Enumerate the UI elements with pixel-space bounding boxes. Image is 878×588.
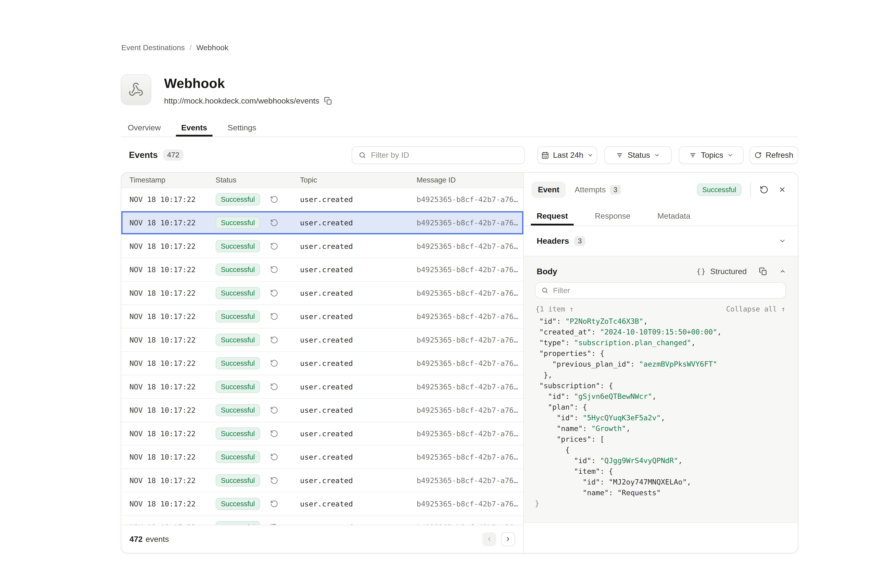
table-row[interactable]: NOV 18 10:17:22 Successful user.created …: [121, 516, 523, 525]
destination-url: http://mock.hookdeck.com/webhooks/events: [164, 96, 319, 105]
retry-row-button[interactable]: [270, 266, 278, 274]
row-timestamp: NOV 18 10:17:22: [129, 312, 216, 321]
table-row[interactable]: NOV 18 10:17:22 Successful user.created …: [121, 328, 523, 352]
panel-tab-attempts[interactable]: Attempts 3: [574, 185, 621, 195]
next-page-button[interactable]: [501, 532, 515, 546]
braces-icon: {}: [696, 267, 706, 276]
status-filter-button[interactable]: Status: [604, 146, 672, 164]
retry-icon: [270, 336, 278, 344]
retry-icon: [270, 476, 278, 484]
table-row[interactable]: NOV 18 10:17:22 Successful user.created …: [121, 211, 523, 235]
chevron-down-icon: [587, 152, 593, 158]
retry-row-button[interactable]: [270, 383, 278, 391]
search-icon: [541, 287, 549, 294]
row-status-badge: Successful: [216, 474, 260, 486]
topics-filter-button[interactable]: Topics: [679, 146, 744, 164]
retry-row-button[interactable]: [270, 312, 278, 321]
json-item-count[interactable]: {1 item ↑: [535, 305, 574, 313]
prev-page-button[interactable]: [482, 532, 496, 546]
table-footer: 472 events: [121, 525, 523, 553]
retry-icon: [270, 523, 278, 525]
table-row[interactable]: NOV 18 10:17:22 Successful user.created …: [121, 235, 523, 258]
table-row[interactable]: NOV 18 10:17:22 Successful user.created …: [121, 352, 523, 375]
table-row[interactable]: NOV 18 10:17:22 Successful user.created …: [121, 422, 523, 446]
retry-icon: [270, 359, 278, 368]
retry-row-button[interactable]: [270, 242, 278, 250]
close-panel-button[interactable]: [779, 186, 786, 194]
retry-row-button[interactable]: [270, 336, 278, 344]
collapse-body-button[interactable]: [779, 268, 786, 274]
breadcrumb-event-destinations[interactable]: Event Destinations: [121, 44, 185, 52]
row-timestamp: NOV 18 10:17:22: [129, 195, 216, 204]
row-status-badge: Successful: [216, 381, 260, 393]
col-timestamp: Timestamp: [129, 176, 216, 184]
row-status-badge: Successful: [216, 334, 260, 346]
breadcrumb: Event Destinations / Webhook: [121, 44, 229, 52]
row-status-badge: Successful: [216, 193, 260, 205]
tab-overview[interactable]: Overview: [123, 119, 166, 136]
row-timestamp: NOV 18 10:17:22: [129, 382, 216, 391]
table-row[interactable]: NOV 18 10:17:22 Successful user.created …: [121, 188, 523, 212]
retry-row-button[interactable]: [270, 476, 278, 484]
retry-row-button[interactable]: [270, 500, 278, 508]
headers-label: Headers: [537, 236, 569, 246]
calendar-icon: [541, 152, 549, 159]
retry-icon: [270, 429, 278, 438]
retry-icon: [760, 185, 768, 194]
row-message-id: b4925365-b8cf-42b7-a76…: [417, 406, 523, 414]
table-row[interactable]: NOV 18 10:17:22 Successful user.created …: [121, 305, 523, 328]
filter-by-id-field[interactable]: [352, 146, 525, 164]
retry-icon: [270, 406, 278, 414]
row-topic: user.created: [300, 429, 416, 438]
retry-icon: [270, 383, 278, 391]
tab-response[interactable]: Response: [589, 207, 636, 225]
row-status-badge: Successful: [216, 310, 260, 322]
retry-row-button[interactable]: [270, 429, 278, 438]
retry-row-button[interactable]: [270, 523, 278, 525]
status-filter-label: Status: [628, 150, 650, 160]
row-timestamp: NOV 18 10:17:22: [129, 289, 216, 297]
body-filter-field[interactable]: [535, 282, 786, 298]
retry-icon: [270, 453, 278, 461]
retry-row-button[interactable]: [270, 219, 278, 227]
filter-by-id-input[interactable]: [371, 150, 518, 160]
row-message-id: b4925365-b8cf-42b7-a76…: [417, 265, 523, 274]
collapse-all-button[interactable]: Collapse all ↑: [726, 305, 785, 313]
headers-section-toggle[interactable]: Headers 3: [524, 226, 798, 256]
panel-tab-event[interactable]: Event: [531, 182, 566, 198]
tab-settings[interactable]: Settings: [223, 119, 262, 136]
tab-events[interactable]: Events: [176, 119, 212, 136]
retry-event-button[interactable]: [760, 185, 768, 194]
copy-body-button[interactable]: [759, 267, 767, 276]
table-row[interactable]: NOV 18 10:17:22 Successful user.created …: [121, 282, 523, 305]
row-status-badge: Successful: [216, 217, 260, 229]
structured-mode-toggle[interactable]: {} Structured: [696, 267, 747, 276]
row-topic: user.created: [300, 523, 416, 525]
copy-url-button[interactable]: [324, 97, 332, 105]
main-nav-tabs: Overview Events Settings: [121, 119, 798, 137]
table-row[interactable]: NOV 18 10:17:22 Successful user.created …: [121, 492, 523, 516]
table-row[interactable]: NOV 18 10:17:22 Successful user.created …: [121, 446, 523, 469]
table-row[interactable]: NOV 18 10:17:22 Successful user.created …: [121, 399, 523, 422]
row-topic: user.created: [300, 312, 416, 321]
refresh-button[interactable]: Refresh: [750, 146, 798, 164]
footer-event-count: 472: [129, 535, 143, 544]
row-status-badge: Successful: [216, 498, 260, 510]
retry-row-button[interactable]: [270, 289, 278, 297]
status-badge: Successful: [697, 183, 741, 196]
events-count-badge: 472: [163, 149, 183, 161]
time-range-button[interactable]: Last 24h: [537, 146, 597, 164]
retry-row-button[interactable]: [270, 359, 278, 368]
tab-request[interactable]: Request: [531, 207, 574, 225]
body-filter-input[interactable]: [553, 286, 779, 295]
retry-row-button[interactable]: [270, 406, 278, 414]
chevron-down-icon: [654, 152, 660, 158]
table-row[interactable]: NOV 18 10:17:22 Successful user.created …: [121, 258, 523, 282]
row-status-badge: Successful: [216, 404, 260, 416]
tab-metadata[interactable]: Metadata: [651, 207, 696, 225]
retry-row-button[interactable]: [270, 195, 278, 204]
retry-row-button[interactable]: [270, 453, 278, 461]
events-toolbar: Events 472 Last 24h Status: [121, 146, 798, 164]
table-row[interactable]: NOV 18 10:17:22 Successful user.created …: [121, 469, 523, 492]
table-row[interactable]: NOV 18 10:17:22 Successful user.created …: [121, 375, 523, 399]
